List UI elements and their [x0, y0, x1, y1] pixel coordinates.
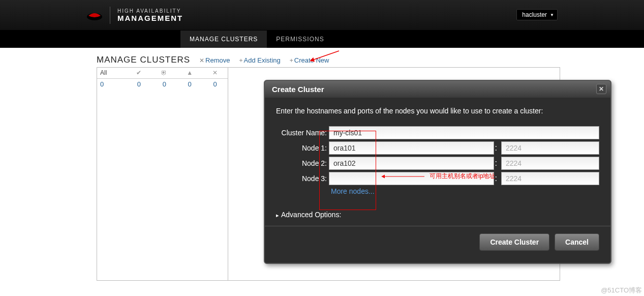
plus-icon: + — [290, 57, 293, 64]
more-nodes-link[interactable]: More nodes... — [331, 187, 599, 195]
dialog-close-button[interactable]: ✕ — [596, 84, 606, 94]
row-node-1: Node 1: : — [276, 141, 599, 155]
node2-label: Node 2: — [276, 159, 329, 167]
check-icon[interactable]: ✔ — [126, 68, 151, 78]
redhat-logo-icon — [86, 10, 103, 21]
brand-title: MANAGEMENT — [117, 14, 183, 22]
svg-line-1 — [313, 51, 339, 60]
row-node-2: Node 2: : — [276, 157, 599, 170]
remove-icon: ✕ — [199, 57, 204, 64]
node1-label: Node 1: — [276, 144, 329, 152]
tab-permissions[interactable]: PERMISSIONS — [267, 31, 333, 48]
cluster-list-sidebar: All ✔ ⛨ ▲ ✕ 0 0 0 0 0 — [97, 68, 228, 280]
dialog-buttons: Create Cluster Cancel — [276, 233, 599, 258]
watermark: @51CTO博客 — [601, 286, 642, 295]
dialog-divider — [265, 226, 610, 226]
plus-icon: + — [239, 57, 243, 64]
annotation-arrow-create-new — [309, 49, 344, 66]
filter-all[interactable]: All — [97, 68, 126, 78]
node2-host-input[interactable] — [329, 157, 494, 170]
cancel-button[interactable]: Cancel — [555, 233, 599, 251]
dialog-header: Create Cluster ✕ — [265, 81, 610, 98]
count-shield[interactable]: 0 — [151, 79, 177, 90]
user-label: hacluster — [522, 11, 547, 18]
brand-text: HIGH AVAILABILITY MANAGEMENT — [117, 8, 183, 22]
advanced-options-toggle[interactable]: Advanced Options: — [276, 211, 599, 219]
node3-label: Node 3: — [276, 174, 329, 183]
close-icon[interactable]: ✕ — [202, 68, 228, 78]
top-bar: HIGH AVAILABILITY MANAGEMENT hacluster — [0, 0, 644, 31]
annotation-hint-text: 可用主机别名或者ip地址 — [430, 172, 495, 181]
page-title: MANAGE CLUSTERS — [97, 55, 190, 65]
warning-icon[interactable]: ▲ — [177, 68, 202, 78]
create-cluster-button[interactable]: Create Cluster — [479, 233, 549, 251]
dialog-intro-text: Enter the hostnames and ports of the nod… — [276, 107, 599, 115]
node1-host-input[interactable] — [329, 141, 494, 155]
node1-port-input[interactable] — [501, 141, 599, 155]
colon-sep: : — [494, 159, 498, 168]
shield-icon[interactable]: ⛨ — [151, 68, 177, 78]
dialog-title: Create Cluster — [272, 85, 324, 94]
brand-subtitle: HIGH AVAILABILITY — [117, 8, 183, 14]
count-err[interactable]: 0 — [202, 79, 228, 90]
filter-counts: 0 0 0 0 0 — [97, 79, 228, 90]
node2-port-input[interactable] — [501, 157, 599, 170]
annotation-node-hint: 可用主机别名或者ip地址 — [381, 172, 495, 181]
remove-link[interactable]: ✕Remove — [199, 56, 230, 64]
count-all[interactable]: 0 — [97, 79, 126, 90]
cluster-name-input[interactable] — [329, 126, 599, 139]
row-cluster-name: Cluster Name: — [276, 126, 599, 139]
colon-sep: : — [494, 143, 498, 153]
count-ok[interactable]: 0 — [126, 79, 151, 90]
cluster-name-label: Cluster Name: — [276, 129, 329, 137]
tab-manage-clusters[interactable]: MANAGE CLUSTERS — [180, 31, 267, 48]
node3-port-input[interactable] — [501, 172, 599, 185]
nav-bar: MANAGE CLUSTERS PERMISSIONS — [0, 31, 644, 48]
count-warn[interactable]: 0 — [177, 79, 202, 90]
add-existing-link[interactable]: +Add Existing — [239, 56, 281, 64]
filter-header: All ✔ ⛨ ▲ ✕ — [97, 68, 228, 79]
logo-divider — [110, 7, 110, 24]
user-dropdown[interactable]: hacluster — [516, 9, 558, 20]
